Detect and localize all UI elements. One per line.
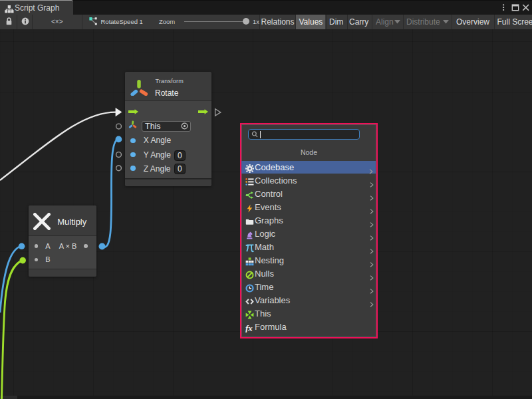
svg-text:fx: fx: [245, 324, 253, 332]
